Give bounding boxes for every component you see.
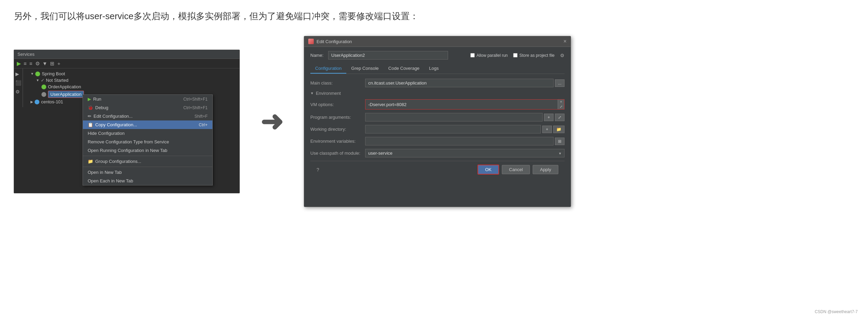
tab-logs-label: Logs bbox=[429, 66, 439, 71]
tab-configuration[interactable]: Configuration bbox=[310, 64, 346, 74]
menu-item-open-running[interactable]: Open Running Configuration in New Tab bbox=[83, 146, 212, 155]
program-args-folder-button[interactable]: ⤢ bbox=[555, 114, 565, 121]
working-dir-input[interactable] bbox=[365, 125, 541, 133]
classpath-row: Use classpath of module: user-service ▼ bbox=[310, 149, 565, 157]
classpath-select-wrapper: user-service ▼ bbox=[365, 149, 565, 157]
ok-button[interactable]: OK bbox=[478, 165, 499, 175]
open-new-tab-label: Open in New Tab bbox=[88, 170, 122, 175]
tree-user-app[interactable]: UserApplication bbox=[23, 90, 87, 99]
menu-item-group-config[interactable]: 📁 Group Configurations... bbox=[83, 157, 212, 166]
add-icon[interactable]: + bbox=[57, 61, 60, 66]
run-menu-label: Run bbox=[93, 97, 101, 102]
user-app-icon bbox=[41, 92, 46, 97]
classpath-label: Use classpath of module: bbox=[310, 151, 365, 156]
program-args-expand-button[interactable]: + bbox=[544, 114, 554, 121]
hide-menu-label: Hide Configuration bbox=[88, 131, 125, 136]
wind-icon[interactable]: ⊞ bbox=[50, 61, 54, 67]
environment-section-header: ▼ Environment bbox=[310, 91, 565, 96]
menu-item-remove-config[interactable]: Remove Configuration Type from Service bbox=[83, 138, 212, 146]
not-started-check-icon: ✓ bbox=[41, 78, 45, 83]
remove-menu-label: Remove Configuration Type from Service bbox=[88, 139, 169, 144]
name-input[interactable] bbox=[328, 51, 448, 60]
tree-not-started[interactable]: ▼ ✓ Not Started bbox=[23, 77, 87, 84]
allow-parallel-checkbox[interactable] bbox=[470, 53, 475, 57]
edit-shortcut: Shift+F bbox=[195, 114, 208, 119]
tree-order-app[interactable]: OrderApplication bbox=[23, 84, 87, 90]
vm-options-input[interactable] bbox=[365, 101, 558, 108]
working-dir-expand-button[interactable]: + bbox=[542, 126, 552, 133]
align-left-icon[interactable]: ≡ bbox=[24, 61, 27, 66]
menu-item-copy-config[interactable]: 📋 Copy Configuration... Ctrl+ bbox=[83, 120, 212, 129]
main-class-row: Main class: ... bbox=[310, 79, 565, 87]
align-right-icon[interactable]: ≡ bbox=[29, 61, 33, 66]
dialog-checkboxes: Allow parallel run Store as project file… bbox=[470, 53, 565, 58]
main-class-input[interactable] bbox=[365, 79, 554, 87]
tab-code-coverage[interactable]: Code Coverage bbox=[384, 64, 424, 74]
tree-spring-boot[interactable]: ▼ Spring Boot bbox=[23, 70, 87, 77]
dialog-close-button[interactable]: × bbox=[563, 38, 567, 44]
vm-shrink-button[interactable]: ⤢ bbox=[558, 104, 564, 109]
program-args-input[interactable] bbox=[365, 113, 543, 121]
menu-item-debug[interactable]: 🐞 Debug Ctrl+Shift+F1 bbox=[83, 103, 212, 112]
menu-item-run[interactable]: ▶ Run Ctrl+Shift+F1 bbox=[83, 95, 212, 103]
services-tree: ▼ Spring Boot ▼ ✓ Not Started OrderAppli… bbox=[23, 68, 87, 107]
not-started-triangle-icon: ▼ bbox=[36, 78, 39, 82]
tab-logs[interactable]: Logs bbox=[424, 64, 444, 74]
gear-settings-icon[interactable]: ⚙ bbox=[560, 53, 565, 58]
store-project-checkbox-item: Store as project file bbox=[513, 53, 555, 58]
debug-menu-label: Debug bbox=[95, 105, 108, 110]
menu-item-hide-config[interactable]: Hide Configuration bbox=[83, 129, 212, 138]
user-app-label: UserApplication bbox=[48, 91, 84, 98]
tree-centos[interactable]: ▶ centos-101 bbox=[23, 99, 87, 105]
working-dir-label: Working directory: bbox=[310, 127, 365, 132]
left-gear-icon[interactable]: ⚙ bbox=[15, 89, 21, 94]
main-class-label: Main class: bbox=[310, 80, 365, 86]
name-label: Name: bbox=[310, 53, 324, 58]
menu-item-open-new-tab[interactable]: Open in New Tab bbox=[83, 168, 212, 177]
program-args-label: Program arguments: bbox=[310, 115, 365, 120]
gear-small-icon[interactable]: ⚙ bbox=[35, 61, 40, 67]
edit-menu-icon: ✏ bbox=[88, 114, 91, 119]
dialog-body: Name: Allow parallel run Store as projec… bbox=[304, 47, 571, 182]
menu-item-edit-config[interactable]: ✏ Edit Configuration... Shift+F bbox=[83, 112, 212, 120]
cancel-button[interactable]: Cancel bbox=[502, 165, 530, 174]
menu-item-open-each-tab[interactable]: Open Each in New Tab bbox=[83, 177, 212, 185]
left-stop-icon[interactable]: ⬛ bbox=[15, 80, 21, 86]
vm-input-wrapper: + ⤢ bbox=[365, 99, 565, 110]
watermark: CSDN @sweetheart7-7 bbox=[815, 309, 858, 314]
env-vars-row: Environment variables: ⊞ bbox=[310, 137, 565, 145]
allow-parallel-label: Allow parallel run bbox=[476, 53, 508, 58]
group-menu-label: Group Configurations... bbox=[95, 159, 141, 164]
dialog-tabs: Configuration Grep Console Code Coverage… bbox=[310, 64, 565, 74]
services-toolbar: ▶ ≡ ≡ ⚙ ▼ ⊞ + bbox=[14, 59, 239, 68]
environment-toggle-icon[interactable]: ▼ bbox=[310, 91, 314, 95]
apply-button[interactable]: Apply bbox=[533, 165, 558, 174]
env-vars-input[interactable] bbox=[365, 137, 554, 145]
dialog-title-text: Edit Configuration bbox=[317, 39, 352, 44]
copy-menu-label: Copy Configuration... bbox=[95, 122, 137, 127]
filter-icon[interactable]: ▼ bbox=[42, 61, 48, 66]
tab-code-coverage-label: Code Coverage bbox=[388, 66, 420, 71]
open-each-tab-label: Open Each in New Tab bbox=[88, 178, 133, 183]
store-project-checkbox[interactable] bbox=[513, 53, 518, 57]
classpath-select[interactable]: user-service bbox=[365, 149, 565, 157]
menu-separator-2 bbox=[83, 167, 212, 167]
spring-boot-label: Spring Boot bbox=[42, 71, 65, 76]
run-icon[interactable]: ▶ bbox=[17, 60, 21, 67]
order-app-icon bbox=[41, 85, 46, 89]
run-shortcut: Ctrl+Shift+F1 bbox=[183, 97, 208, 102]
debug-menu-icon: 🐞 bbox=[88, 105, 93, 110]
env-vars-browse-button[interactable]: ⊞ bbox=[555, 138, 565, 145]
spring-boot-icon bbox=[35, 72, 40, 76]
edit-config-dialog: Edit Configuration × Name: Allow paralle… bbox=[304, 36, 571, 207]
main-class-browse-button[interactable]: ... bbox=[555, 79, 565, 87]
edit-menu-label: Edit Configuration... bbox=[94, 114, 133, 119]
help-button[interactable]: ? bbox=[317, 167, 319, 172]
vm-expand-button[interactable]: + bbox=[558, 100, 564, 104]
working-dir-browse-button[interactable]: 📁 bbox=[553, 126, 565, 133]
copy-menu-icon: 📋 bbox=[88, 122, 93, 127]
left-run-icon[interactable]: ▶ bbox=[15, 71, 21, 77]
tab-grep-console[interactable]: Grep Console bbox=[346, 64, 383, 74]
centos-icon bbox=[35, 100, 39, 104]
open-running-label: Open Running Configuration in New Tab bbox=[88, 148, 167, 153]
